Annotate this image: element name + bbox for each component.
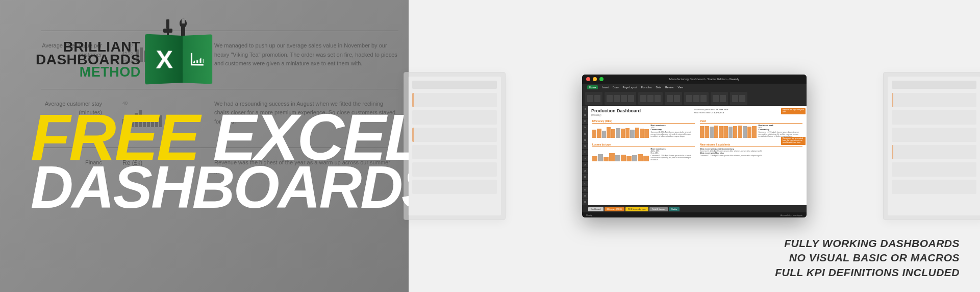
excel-x-glyph: X [156, 44, 173, 74]
close-icon [586, 77, 590, 81]
titlebar: Manufacturing Dashboard - Starter Editio… [582, 75, 807, 84]
kpi-losses: Losses by type Most recent week Alpha 12… [591, 142, 696, 162]
left-panel: Average sales value per customer £6.00 £… [0, 0, 409, 292]
kpi-safety: Near misses & accidents Most recent week… [699, 142, 803, 162]
sheet-tab: Safety [669, 207, 680, 211]
kpi-chart [700, 125, 757, 138]
logo: BRILLIANT DASHBOARDS METHOD [36, 36, 211, 83]
ribbon-tools [582, 91, 807, 106]
dashboard-sheet: Production Dashboard (Weekly) Dashboard … [588, 106, 807, 205]
tagline-line3: FULL KPI DEFINITIONS INCLUDED [775, 265, 960, 280]
window-title: Manufacturing Dashboard - Starter Editio… [606, 78, 802, 81]
kpi-chart [592, 148, 649, 161]
excel-x-panel: X [145, 34, 183, 84]
logo-text: BRILLIANT DASHBOARDS METHOD [36, 40, 141, 79]
ribbon-tab: Draw [613, 86, 619, 89]
ribbon-tab-home: Home [587, 85, 598, 89]
ribbon-tab: Insert [602, 86, 609, 89]
maximize-icon [599, 77, 604, 81]
sheet-tab: OEE losses by type [625, 207, 648, 211]
comments-badge: Comments are generated from the input sh… [781, 137, 806, 145]
sheet-tab: Efficiency (OEE) [605, 207, 624, 211]
minimize-icon [593, 77, 597, 81]
screenshot-main: Manufacturing Dashboard - Starter Editio… [582, 75, 807, 217]
logo-line3: METHOD [36, 66, 141, 78]
dashboard-title: Production Dashboard [591, 108, 641, 113]
sheet-area: 8101214161820222426283032343638 Producti… [582, 106, 807, 205]
svg-rect-1 [163, 29, 172, 33]
excel-chart-panel [183, 34, 212, 84]
ribbon: Home Insert Draw Page Layout Formulas Da… [582, 84, 807, 106]
ribbon-tab: Page Layout [623, 86, 637, 89]
screenshot-next [883, 72, 980, 220]
sheet-tab: Dashboard [588, 207, 604, 211]
promo-banner: Average sales value per customer £6.00 £… [0, 0, 980, 292]
replace-logo-badge: Replace this logo with your own [781, 108, 806, 114]
chart-icon [191, 53, 204, 65]
ribbon-tabs: Home Insert Draw Page Layout Formulas Da… [582, 84, 807, 91]
svg-rect-0 [166, 19, 169, 29]
excel-book-icon: X [147, 36, 211, 83]
excel-book: X [147, 36, 211, 83]
status-bar: Ready Accessibility: Investigate [582, 212, 807, 217]
headline: FREE EXCEL DASHBOARDS [31, 110, 409, 212]
row-headers: 8101214161820222426283032343638 [582, 106, 588, 205]
kpi-efficiency: Efficiency (OEE) Most recent week 76% Co… [591, 118, 696, 139]
right-panel: Manufacturing Dashboard - Starter Editio… [409, 0, 980, 292]
overlay: BRILLIANT DASHBOARDS METHOD [0, 0, 409, 292]
kpi-chart [592, 125, 649, 138]
screenshot-prev [404, 72, 506, 220]
ribbon-tab: Review [665, 86, 673, 89]
headline-dashboards: DASHBOARDS [31, 162, 409, 213]
sheet-tabs: Dashboard Efficiency (OEE) OEE losses by… [582, 205, 807, 212]
ribbon-tab: Data [656, 86, 661, 89]
dashboard-meta: Dashboard period end: 29 June 2018 Most … [694, 108, 728, 114]
ribbon-tab: Formulas [641, 86, 652, 89]
tagline: FULLY WORKING DASHBOARDS NO VISUAL BASIC… [775, 236, 960, 280]
kpi-yield: Yield Most recent week 96% Commentary [699, 118, 803, 139]
tagline-line2: NO VISUAL BASIC OR MACROS [775, 251, 960, 265]
ribbon-tab: View [677, 86, 683, 89]
sheet-tab: Yield & Losses [649, 207, 668, 211]
dashboard-subtitle: (Weekly) [591, 113, 641, 116]
tagline-line1: FULLY WORKING DASHBOARDS [775, 236, 960, 251]
